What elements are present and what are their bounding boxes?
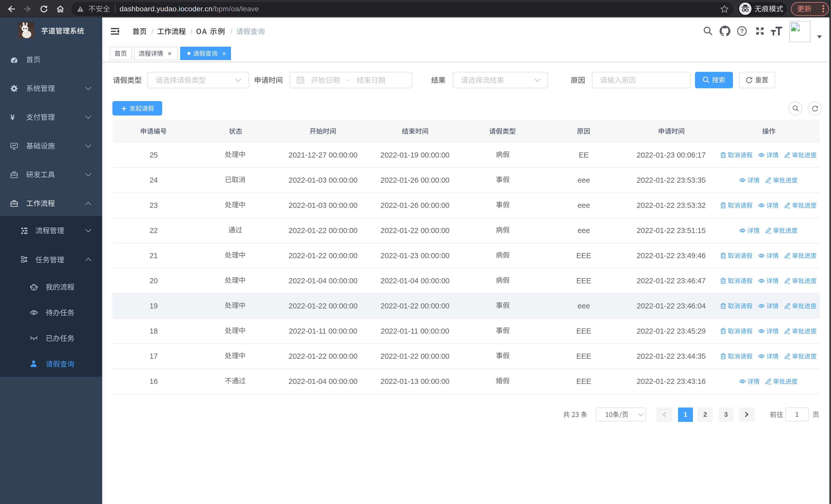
svg-text:?: ? <box>740 28 744 34</box>
